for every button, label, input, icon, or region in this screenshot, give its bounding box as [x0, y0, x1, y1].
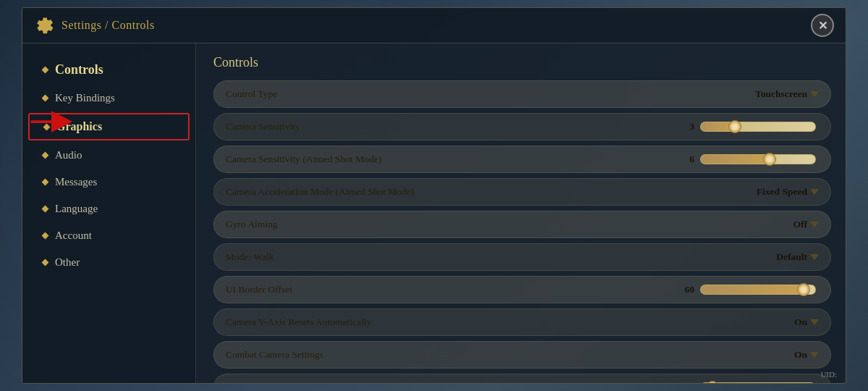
settings-modal: Settings / Controls ✕ Controls [22, 7, 846, 384]
setting-label-camera-sensitivity-aimed: Camera Sensitivity (Aimed Shot Mode) [226, 154, 673, 165]
gear-icon [34, 15, 54, 35]
dropdown-arrow-camera-accel-mode[interactable] [810, 189, 819, 195]
section-title: Controls [213, 55, 831, 70]
slider-track-ui-border-offset[interactable] [700, 285, 816, 295]
slider-thumb-camera-sensitivity-aimed[interactable] [763, 153, 776, 166]
dropdown-value-camera-accel-mode: Fixed Speed [757, 186, 807, 198]
dropdown-arrow-combat-camera[interactable] [810, 352, 819, 358]
setting-row-mode-walk[interactable]: Mode: WalkDefault [213, 243, 831, 271]
setting-label-camera-y-axis: Camera Y-Axis Resets Automatically [226, 316, 794, 328]
setting-row-default-camera-distance[interactable]: Default Camera Distance4.0 [213, 374, 831, 383]
sidebar-item-controls[interactable]: Controls [22, 55, 195, 85]
uid-label: UID: [820, 370, 837, 379]
diamond-icon [42, 152, 49, 159]
slider-thumb-default-camera-distance[interactable] [706, 381, 719, 383]
slider-track-camera-sensitivity-aimed[interactable] [700, 154, 816, 164]
setting-row-control-type[interactable]: Control TypeTouchscreen [213, 80, 831, 108]
sidebar-item-audio[interactable]: Audio [22, 142, 195, 169]
setting-row-camera-y-axis[interactable]: Camera Y-Axis Resets AutomaticallyOn [213, 308, 831, 336]
header-title: Settings / Controls [61, 19, 155, 32]
setting-row-ui-border-offset[interactable]: UI Border Offset60 [213, 276, 831, 303]
diamond-icon [42, 259, 49, 266]
slider-thumb-camera-sensitivity[interactable] [728, 120, 741, 133]
setting-value-camera-sensitivity: 3 [673, 121, 694, 133]
setting-value-ui-border-offset: 60 [673, 284, 694, 295]
dropdown-value-combat-camera: On [794, 349, 807, 361]
close-button[interactable]: ✕ [811, 14, 834, 37]
diamond-icon [42, 232, 49, 240]
setting-row-gyro-aiming[interactable]: Gyro AimingOff [213, 211, 831, 238]
dropdown-arrow-gyro-aiming[interactable] [810, 222, 819, 227]
setting-value-default-camera-distance: 4.0 [673, 382, 694, 383]
dropdown-value-mode-walk: Default [776, 251, 807, 263]
dropdown-value-camera-y-axis: On [794, 316, 807, 328]
setting-row-camera-sensitivity[interactable]: Camera Sensitivity3 [213, 113, 831, 140]
content-area: Controls Control TypeTouchscreenCamera S… [196, 43, 846, 383]
slider-thumb-ui-border-offset[interactable] [797, 283, 810, 296]
red-arrow-icon [28, 107, 72, 136]
setting-row-combat-camera[interactable]: Combat Camera SettingsOn [213, 341, 831, 369]
setting-row-camera-sensitivity-aimed[interactable]: Camera Sensitivity (Aimed Shot Mode)6 [213, 146, 831, 173]
sidebar-item-account[interactable]: Account [22, 222, 195, 249]
dropdown-arrow-control-type[interactable] [810, 91, 819, 97]
dropdown-arrow-mode-walk[interactable] [810, 254, 819, 260]
slider-track-camera-sensitivity[interactable] [700, 122, 816, 132]
setting-label-gyro-aiming: Gyro Aiming [226, 219, 793, 230]
setting-label-camera-sensitivity: Camera Sensitivity [226, 121, 673, 133]
diamond-icon [42, 95, 49, 102]
diamond-icon [42, 179, 49, 186]
slider-track-default-camera-distance[interactable] [700, 382, 816, 383]
dropdown-value-gyro-aiming: Off [793, 219, 808, 230]
setting-label-ui-border-offset: UI Border Offset [226, 284, 673, 295]
sidebar-item-other[interactable]: Other [22, 249, 195, 276]
settings-list: Control TypeTouchscreenCamera Sensitivit… [213, 80, 831, 383]
setting-label-control-type: Control Type [226, 88, 755, 100]
modal-header: Settings / Controls ✕ [22, 8, 846, 43]
sidebar-item-messages[interactable]: Messages [22, 169, 195, 196]
diamond-icon [42, 67, 49, 74]
slider-fill-ui-border-offset [701, 285, 804, 294]
setting-label-camera-accel-mode: Camera Acceleration Mode (Aimed Shot Mod… [226, 186, 757, 198]
diamond-icon [42, 206, 49, 213]
slider-fill-camera-sensitivity-aimed [701, 155, 770, 164]
modal-body: Controls Key Bindings Graphics Audio Mes… [22, 43, 846, 383]
setting-label-mode-walk: Mode: Walk [226, 251, 776, 263]
sidebar-item-language[interactable]: Language [22, 196, 195, 222]
sidebar: Controls Key Bindings Graphics Audio Mes… [22, 43, 196, 383]
dropdown-value-control-type: Touchscreen [755, 88, 807, 100]
dropdown-arrow-camera-y-axis[interactable] [810, 319, 819, 325]
setting-value-camera-sensitivity-aimed: 6 [673, 154, 694, 165]
setting-label-combat-camera: Combat Camera Settings [226, 349, 794, 361]
setting-label-default-camera-distance: Default Camera Distance [226, 382, 673, 383]
setting-row-camera-accel-mode[interactable]: Camera Acceleration Mode (Aimed Shot Mod… [213, 178, 831, 206]
